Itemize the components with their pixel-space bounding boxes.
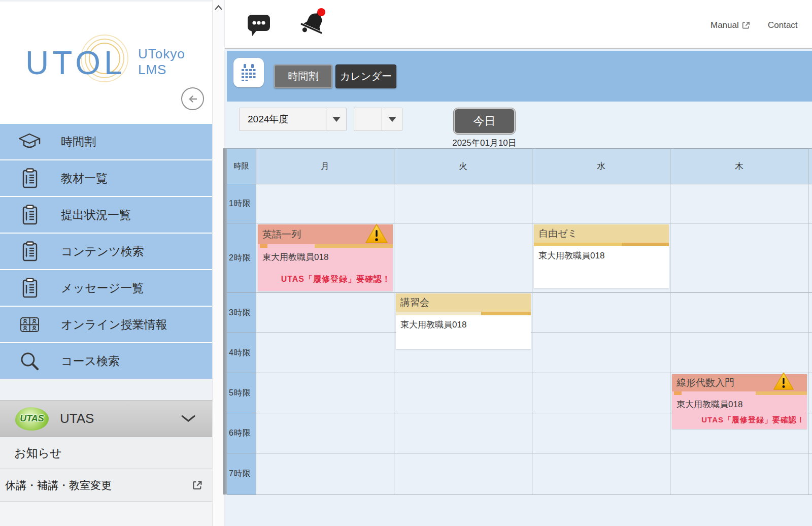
scroll-up-button[interactable] [213, 2, 224, 13]
day-header-mon: 月 [256, 149, 394, 184]
grid-cell [670, 333, 808, 373]
sidebar-link-notices[interactable]: お知らせ [0, 437, 212, 469]
grid-cell [808, 293, 812, 333]
year-select[interactable]: 2024年度 [239, 108, 347, 131]
chat-button[interactable] [246, 12, 272, 40]
day-header-wed: 水 [532, 149, 670, 184]
sidebar-spacer [0, 379, 212, 400]
period-label-5: 5時限 [227, 373, 256, 413]
course-card-jiyu-zemi[interactable]: 自由ゼミ 東大用教職員018 [534, 224, 669, 288]
video-grid-icon [17, 313, 42, 336]
grid-cell [808, 184, 812, 223]
class-changes-label: 休講・補講・教室変更 [5, 478, 112, 492]
sidebar: UTOL UTokyo LMS 時間割 [0, 0, 212, 526]
sidebar-item-label: オンライン授業情報 [61, 317, 167, 333]
calendar-icon-button[interactable] [233, 58, 264, 87]
topbar: Manual Contact [225, 0, 812, 49]
course-card-koshukai[interactable]: 講習会 東大用教職員018 [396, 293, 531, 349]
dropdown-arrow-icon [382, 108, 402, 130]
period-column-header: 時限 [227, 149, 256, 184]
day-header-partial [808, 149, 812, 184]
sidebar-item-materials[interactable]: 教材一覧 [0, 160, 212, 196]
term-select[interactable] [354, 108, 402, 131]
grid-cell [532, 184, 670, 223]
period-label-2: 2時限 [227, 223, 256, 293]
course-card-senkei-daisu[interactable]: 線形代数入門 東大用教職員018 UTAS「履修登録」要確認！ [672, 374, 807, 429]
notifications-button[interactable] [300, 7, 331, 41]
course-card-eigo-ichiretsu[interactable]: 英語一列 東大用教職員018 UTAS「履修登録」要確認！ [258, 224, 393, 291]
course-teacher: 東大用教職員018 [396, 315, 531, 331]
grid-cell [394, 223, 532, 293]
grid-cell [394, 184, 532, 223]
logo-text: UTOL [25, 44, 126, 82]
grid-cell [670, 293, 808, 333]
grid-cell [256, 184, 394, 223]
clipboard-icon [17, 167, 42, 189]
grid-cell [532, 333, 670, 373]
notification-dot [317, 8, 325, 16]
grid-cell [808, 453, 812, 495]
today-button[interactable]: 今日 [454, 108, 515, 134]
tab-calendar[interactable]: カレンダー [335, 64, 396, 88]
utas-warning-text: UTAS「履修登録」要確認！ [670, 415, 805, 425]
contact-link[interactable]: Contact [768, 20, 798, 30]
chat-bubble-icon [246, 12, 272, 38]
utas-warning-text: UTAS「履修登録」要確認！ [256, 274, 391, 285]
grid-cell [670, 223, 808, 293]
grid-cell [670, 184, 808, 223]
period-label-7: 7時限 [227, 453, 256, 495]
sidebar-item-timetable[interactable]: 時間割 [0, 124, 212, 159]
warning-icon [364, 223, 389, 245]
tab-timetable[interactable]: 時間割 [274, 64, 332, 88]
grid-cell [532, 293, 670, 333]
grid-cell [256, 293, 394, 333]
grid-cell [808, 413, 812, 453]
sidebar-item-label: メッセージ一覧 [61, 280, 144, 296]
clipboard-icon [17, 204, 42, 226]
grid-cell [808, 373, 812, 413]
today-button-label: 今日 [473, 114, 496, 129]
grid-cell [532, 373, 670, 413]
contact-label: Contact [768, 20, 798, 30]
utas-label: UTAS [60, 411, 94, 426]
sidebar-item-submissions[interactable]: 提出状況一覧 [0, 197, 212, 233]
magnifier-icon [17, 349, 42, 373]
period-label-4: 4時限 [227, 333, 256, 373]
course-teacher: 東大用教職員018 [258, 248, 393, 263]
sidebar-footer [0, 502, 212, 526]
view-header-band: 時間割 カレンダー [227, 51, 812, 102]
year-select-value: 2024年度 [240, 113, 326, 126]
period-label-3: 3時限 [227, 293, 256, 333]
external-link-icon [741, 21, 751, 30]
sidebar-link-class-changes[interactable]: 休講・補講・教室変更 [0, 469, 212, 502]
sidebar-collapse-button[interactable] [181, 87, 204, 110]
sidebar-item-label: 教材一覧 [61, 171, 108, 186]
day-header-thu: 木 [670, 149, 808, 184]
sidebar-item-label: コース検索 [61, 353, 120, 369]
vertical-scrollbar[interactable] [212, 0, 224, 526]
day-header-tue: 火 [394, 149, 532, 184]
logo-subtext: UTokyo LMS [138, 46, 185, 78]
bell-icon [300, 7, 331, 39]
grid-cell [808, 223, 812, 293]
sidebar-item-messages[interactable]: メッセージ一覧 [0, 270, 212, 306]
sidebar-item-online-class[interactable]: オンライン授業情報 [0, 307, 212, 342]
arrow-left-icon [186, 92, 200, 106]
sidebar-item-content-search[interactable]: コンテンツ検索 [0, 234, 212, 269]
grid-cell [256, 413, 394, 453]
clipboard-icon [17, 277, 42, 299]
grid-cell [394, 373, 532, 413]
timetable-controls: 2024年度 今日 2025年01月10日 [227, 102, 812, 148]
calendar-icon [239, 63, 258, 82]
manual-link[interactable]: Manual [710, 20, 751, 30]
manual-label: Manual [710, 20, 739, 30]
grid-cell [394, 413, 532, 453]
chevron-down-icon [181, 415, 196, 422]
utas-section-toggle[interactable]: UTAS UTAS [0, 400, 212, 437]
course-teacher: 東大用教職員018 [672, 395, 807, 410]
graduation-cap-icon [17, 131, 42, 152]
grid-cell [256, 333, 394, 373]
course-title: 線形代数入門 [676, 376, 734, 389]
utas-logo-icon: UTAS [15, 407, 49, 431]
sidebar-item-course-search[interactable]: コース検索 [0, 343, 212, 379]
